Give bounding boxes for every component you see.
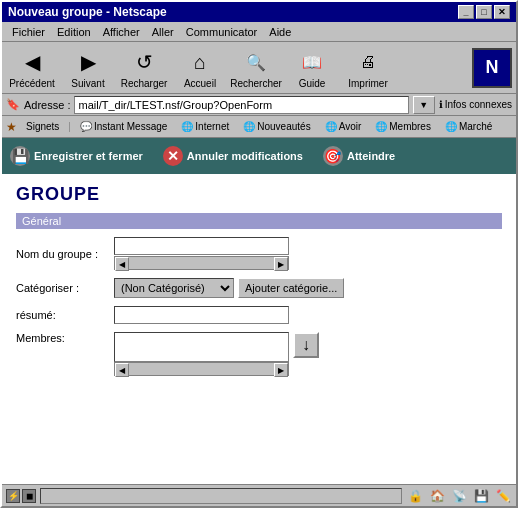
membres-scrollbar-track — [129, 363, 274, 375]
maximize-button[interactable]: □ — [476, 5, 492, 19]
guide-icon: 📖 — [296, 46, 328, 78]
recharger-label: Recharger — [121, 78, 168, 89]
bm-avoir-label: Avoir — [339, 121, 362, 132]
categoriser-controls: (Non Catégorisé) Ajouter catégorie... — [114, 278, 344, 298]
status-icon-signal[interactable]: 📡 — [450, 487, 468, 505]
main-content: GROUPE Général Nom du groupe : ◀ ▶ Catég… — [2, 174, 516, 484]
status-icon-save[interactable]: 💾 — [472, 487, 490, 505]
rechercher-button[interactable]: 🔍 Rechercher — [230, 43, 282, 92]
save-icon: 💾 — [10, 146, 30, 166]
nom-groupe-input[interactable] — [114, 237, 289, 255]
bm-marche[interactable]: 🌐 Marché — [440, 119, 497, 134]
form-title: GROUPE — [16, 184, 502, 205]
address-bar: 🔖 Adresse : ▼ ℹ Infos connexes — [2, 94, 516, 116]
precedent-button[interactable]: ◀ Précédent — [6, 43, 58, 92]
membres-scroll-left[interactable]: ◀ — [115, 363, 129, 377]
status-icon-home[interactable]: 🏠 — [428, 487, 446, 505]
menu-communicator[interactable]: Communicator — [180, 25, 264, 39]
categoriser-select[interactable]: (Non Catégorisé) — [114, 278, 234, 298]
minimize-button[interactable]: _ — [458, 5, 474, 19]
toolbar: ◀ Précédent ▶ Suivant ↺ Recharger ⌂ Accu… — [2, 42, 516, 94]
info-connexes-link[interactable]: ℹ Infos connexes — [439, 99, 512, 110]
add-member-button[interactable]: ↓ — [293, 332, 319, 358]
status-text — [40, 488, 402, 504]
status-icons: 🔒 🏠 📡 💾 ✏️ — [406, 487, 512, 505]
accueil-icon: ⌂ — [184, 46, 216, 78]
menu-fichier[interactable]: Fichier — [6, 25, 51, 39]
bm-nouveautes-icon: 🌐 — [243, 121, 255, 132]
imprimer-icon: 🖨 — [352, 46, 384, 78]
bm-marche-icon: 🌐 — [445, 121, 457, 132]
recharger-icon: ↺ — [128, 46, 160, 78]
bm-membres-label: Membres — [389, 121, 431, 132]
membres-input-area: ◀ ▶ ↓ — [114, 332, 319, 376]
guide-button[interactable]: 📖 Guide — [286, 43, 338, 92]
bm-signets[interactable]: Signets — [21, 119, 64, 134]
bm-sep1: | — [68, 121, 71, 132]
section-general: Général — [16, 213, 502, 229]
main-window: Nouveau groupe - Netscape _ □ ✕ Fichier … — [0, 0, 518, 508]
bm-membres-icon: 🌐 — [375, 121, 387, 132]
bookmark-icon: 🔖 — [6, 98, 20, 111]
cancel-icon: ✕ — [163, 146, 183, 166]
membres-row: Membres: ◀ ▶ ↓ — [16, 332, 502, 376]
resume-row: résumé: — [16, 306, 502, 324]
membres-text-area[interactable] — [114, 332, 289, 362]
suivant-icon: ▶ — [72, 46, 104, 78]
bm-internet-label: Internet — [195, 121, 229, 132]
categoriser-label: Catégoriser : — [16, 282, 106, 294]
status-bar: ⚡ ◼ 🔒 🏠 📡 💾 ✏️ — [2, 484, 516, 506]
bm-nouveautes[interactable]: 🌐 Nouveautés — [238, 119, 315, 134]
accueil-button[interactable]: ⌂ Accueil — [174, 43, 226, 92]
atteindre-button[interactable]: 🎯 Atteindre — [323, 146, 395, 166]
address-input[interactable] — [74, 96, 408, 114]
rechercher-icon: 🔍 — [240, 46, 272, 78]
suivant-label: Suivant — [71, 78, 104, 89]
imprimer-button[interactable]: 🖨 Imprimer — [342, 43, 394, 92]
scroll-left-button[interactable]: ◀ — [115, 257, 129, 271]
bm-instant-message[interactable]: 💬 Instant Message — [75, 119, 172, 134]
menu-aide[interactable]: Aide — [263, 25, 297, 39]
bm-marche-label: Marché — [459, 121, 492, 132]
resume-input[interactable] — [114, 306, 289, 324]
scrollbar-track — [129, 257, 274, 269]
categoriser-row: Catégoriser : (Non Catégorisé) Ajouter c… — [16, 278, 502, 298]
address-go-button[interactable]: ▼ — [413, 96, 435, 114]
annuler-button[interactable]: ✕ Annuler modifications — [163, 146, 303, 166]
add-category-button[interactable]: Ajouter catégorie... — [238, 278, 344, 298]
suivant-button[interactable]: ▶ Suivant — [62, 43, 114, 92]
bm-membres[interactable]: 🌐 Membres — [370, 119, 436, 134]
bm-avoir-icon: 🌐 — [325, 121, 337, 132]
precedent-label: Précédent — [9, 78, 55, 89]
bm-nouveautes-label: Nouveautés — [257, 121, 310, 132]
bm-instant-icon: 💬 — [80, 121, 92, 132]
menu-afficher[interactable]: Afficher — [97, 25, 146, 39]
recharger-button[interactable]: ↺ Recharger — [118, 43, 170, 92]
close-button[interactable]: ✕ — [494, 5, 510, 19]
goto-icon: 🎯 — [323, 146, 343, 166]
bm-instant-label: Instant Message — [94, 121, 167, 132]
window-title: Nouveau groupe - Netscape — [8, 5, 167, 19]
status-btn-1[interactable]: ⚡ — [6, 489, 20, 503]
enregistrer-label: Enregistrer et fermer — [34, 150, 143, 162]
rechercher-label: Rechercher — [230, 78, 282, 89]
info-connexes-label: Infos connexes — [445, 99, 512, 110]
annuler-label: Annuler modifications — [187, 150, 303, 162]
status-icon-lock[interactable]: 🔒 — [406, 487, 424, 505]
bookmarks-bar: ★ Signets | 💬 Instant Message 🌐 Internet… — [2, 116, 516, 138]
nom-groupe-scrollbar: ◀ ▶ — [114, 256, 289, 270]
netscape-logo: N — [472, 48, 512, 88]
membres-scroll-right[interactable]: ▶ — [274, 363, 288, 377]
info-icon: ℹ — [439, 99, 443, 110]
status-icon-edit[interactable]: ✏️ — [494, 487, 512, 505]
menu-aller[interactable]: Aller — [146, 25, 180, 39]
nom-groupe-row: Nom du groupe : ◀ ▶ — [16, 237, 502, 270]
bm-internet-icon: 🌐 — [181, 121, 193, 132]
scroll-right-button[interactable]: ▶ — [274, 257, 288, 271]
menu-edition[interactable]: Edition — [51, 25, 97, 39]
membres-scrollbar: ◀ ▶ — [114, 362, 289, 376]
bm-internet[interactable]: 🌐 Internet — [176, 119, 234, 134]
enregistrer-button[interactable]: 💾 Enregistrer et fermer — [10, 146, 143, 166]
bm-avoir[interactable]: 🌐 Avoir — [320, 119, 367, 134]
status-btn-2[interactable]: ◼ — [22, 489, 36, 503]
